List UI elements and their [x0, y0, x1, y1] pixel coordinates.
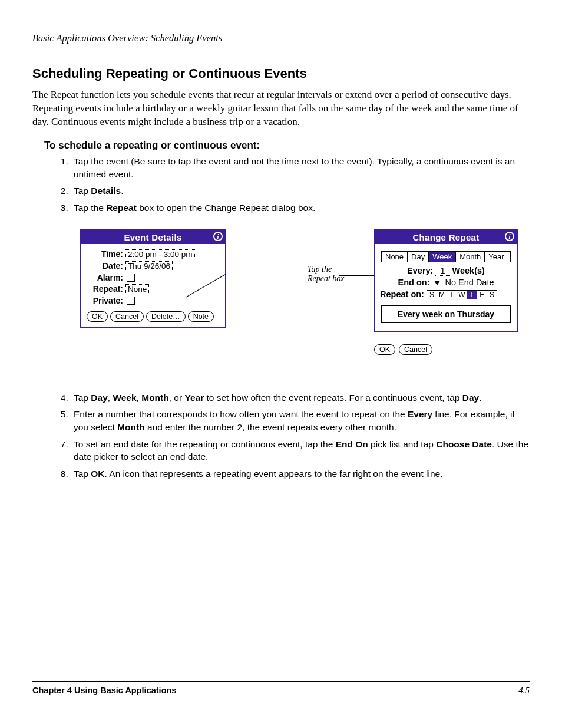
- step-text: Tap: [74, 393, 91, 403]
- tab-month[interactable]: Month: [456, 252, 485, 262]
- ok-button[interactable]: OK: [374, 344, 395, 355]
- date-field[interactable]: Thu 9/26/06: [125, 261, 173, 271]
- dialog-title: Event Details: [124, 232, 181, 242]
- footer-chapter: Chapter 4 Using Basic Applications: [32, 686, 176, 695]
- alarm-checkbox[interactable]: [127, 274, 135, 282]
- section-title: Scheduling Repeating or Continuous Event…: [32, 66, 530, 81]
- step-1: Tap the event (Be sure to tap the event …: [71, 155, 530, 180]
- step-text: , or: [169, 393, 185, 403]
- day-thu[interactable]: T: [467, 291, 477, 299]
- note-button[interactable]: Note: [188, 311, 214, 322]
- tab-none[interactable]: None: [382, 252, 408, 262]
- step-text: and enter the number 2, the event repeat…: [145, 422, 396, 432]
- step-text: ,: [137, 393, 142, 403]
- dialog-titlebar: Change Repeat i: [375, 230, 517, 244]
- day-sat[interactable]: S: [487, 291, 497, 299]
- step-text: to set how often the event repeats. For …: [204, 393, 462, 403]
- private-checkbox[interactable]: [127, 297, 135, 305]
- intro-paragraph: The Repeat function lets you schedule ev…: [32, 88, 530, 129]
- alarm-label: Alarm:: [87, 273, 123, 282]
- step-text: Tap: [74, 186, 91, 196]
- step-7: To set an end date for the repeating or …: [71, 438, 530, 463]
- page-footer: Chapter 4 Using Basic Applications 4.5: [32, 681, 530, 696]
- info-icon[interactable]: i: [505, 232, 514, 241]
- tab-week[interactable]: Week: [429, 252, 456, 262]
- callout-text: Tap the: [308, 265, 332, 274]
- tab-day[interactable]: Day: [408, 252, 429, 262]
- running-header: Basic Applications Overview: Scheduling …: [32, 32, 530, 44]
- cancel-button[interactable]: Cancel: [399, 344, 432, 355]
- step-text-bold: OK: [91, 469, 104, 479]
- endon-label: End on:: [398, 278, 429, 287]
- repeat-summary: Every week on Thursday: [381, 305, 511, 323]
- day-selector: S M T W T F S: [427, 290, 497, 299]
- change-repeat-dialog: Change Repeat i None Day Week Month Year…: [374, 229, 518, 332]
- step-2: Tap Details.: [71, 185, 530, 197]
- step-text-bold: Year: [184, 393, 204, 403]
- step-text: Tap: [74, 469, 91, 479]
- step-list-continued: Tap Day, Week, Month, or Year to set how…: [56, 391, 530, 480]
- info-icon[interactable]: i: [213, 232, 223, 241]
- step-text-bold: Day: [462, 393, 479, 403]
- step-text-bold: Choose Date: [436, 439, 492, 449]
- every-label: Every:: [407, 266, 433, 275]
- step-text: . An icon that represents a repeating ev…: [105, 469, 443, 479]
- every-field[interactable]: 1: [435, 266, 449, 276]
- date-label: Date:: [87, 261, 123, 271]
- tab-year[interactable]: Year: [485, 252, 507, 262]
- step-text-bold: End On: [336, 439, 368, 449]
- repeat-field[interactable]: None: [125, 284, 149, 294]
- day-mon[interactable]: M: [437, 291, 447, 299]
- step-4: Tap Day, Week, Month, or Year to set how…: [71, 391, 530, 404]
- time-label: Time:: [87, 249, 123, 259]
- step-8: Tap OK. An icon that represents a repeat…: [71, 467, 530, 480]
- day-sun[interactable]: S: [427, 291, 437, 299]
- footer-rule: [32, 681, 530, 682]
- frequency-tabs: None Day Week Month Year: [381, 251, 511, 262]
- cancel-button[interactable]: Cancel: [110, 311, 144, 322]
- step-5: Enter a number that corresponds to how o…: [71, 408, 530, 433]
- endon-value[interactable]: No End Date: [445, 278, 494, 287]
- step-text: Tap the: [74, 203, 106, 213]
- ok-button[interactable]: OK: [87, 311, 108, 322]
- dialog-titlebar: Event Details i: [81, 230, 225, 244]
- step-list: Tap the event (Be sure to tap the event …: [56, 155, 530, 215]
- header-rule: [32, 48, 530, 48]
- step-text: Enter a number that corresponds to how o…: [74, 409, 408, 419]
- figure-row: Event Details i Time: 2:00 pm - 3:00 pm …: [80, 229, 530, 377]
- step-text: box to open the Change Repeat dialog box…: [137, 203, 315, 213]
- step-text-bold: Repeat: [106, 203, 137, 213]
- dialog-title: Change Repeat: [412, 232, 479, 242]
- event-details-dialog: Event Details i Time: 2:00 pm - 3:00 pm …: [80, 229, 226, 328]
- step-text: To set an end date for the repeating or …: [74, 439, 336, 449]
- every-unit: Week(s): [452, 266, 485, 275]
- step-text-bold: Month: [141, 393, 168, 403]
- step-text: .: [479, 393, 481, 403]
- time-field[interactable]: 2:00 pm - 3:00 pm: [125, 249, 195, 259]
- private-label: Private:: [87, 296, 123, 305]
- day-wed[interactable]: W: [457, 291, 467, 299]
- step-text: pick list and tap: [368, 439, 436, 449]
- step-text-bold: Details: [91, 186, 121, 196]
- day-fri[interactable]: F: [477, 291, 487, 299]
- chevron-down-icon[interactable]: [434, 281, 440, 285]
- step-text-bold: Every: [408, 409, 432, 419]
- repeaton-label: Repeat on:: [380, 289, 424, 299]
- step-3: Tap the Repeat box to open the Change Re…: [71, 202, 530, 215]
- delete-button[interactable]: Delete…: [146, 311, 186, 322]
- day-tue[interactable]: T: [447, 291, 457, 299]
- repeat-label: Repeat:: [87, 284, 123, 294]
- footer-page-number: 4.5: [518, 686, 530, 696]
- step-text: .: [121, 186, 123, 196]
- step-text-bold: Week: [113, 393, 136, 403]
- procedure-subhead: To schedule a repeating or continuous ev…: [44, 140, 530, 151]
- step-text-bold: Day: [91, 393, 107, 403]
- step-text-bold: Month: [117, 422, 144, 432]
